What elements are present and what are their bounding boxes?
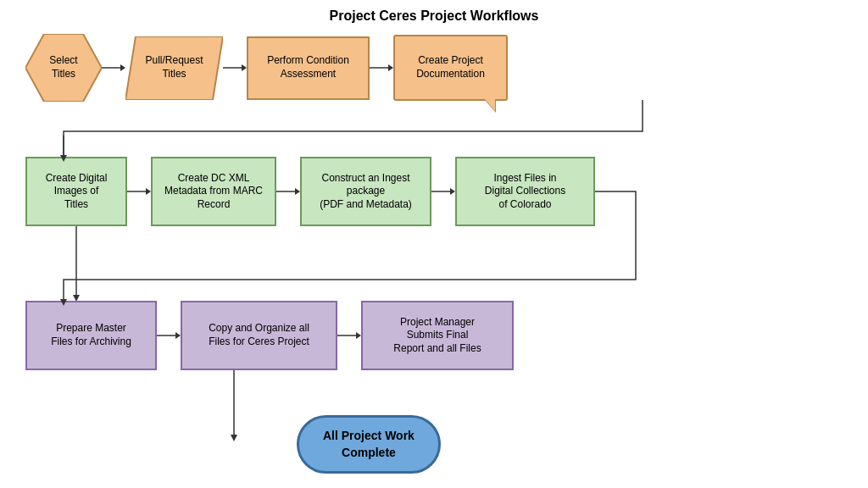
pull-request-node: Pull/RequestTitles <box>125 36 223 100</box>
row4: All Project WorkComplete <box>297 415 441 474</box>
copy-organize-node: Copy and Organize allFiles for Ceres Pro… <box>181 301 337 370</box>
perform-condition-label: Perform ConditionAssessment <box>267 54 349 80</box>
project-manager-node: Project ManagerSubmits FinalReport and a… <box>361 301 514 370</box>
arrow-icon <box>157 327 181 344</box>
diagram-title: Project Ceres Project Workflows <box>17 8 851 24</box>
prepare-master-node: Prepare MasterFiles for Archiving <box>25 301 157 370</box>
svg-marker-23 <box>231 435 237 441</box>
arrow-icon <box>431 183 455 200</box>
diagram-container: Project Ceres Project Workflows SelectTi… <box>0 0 868 488</box>
ingest-files-node: Ingest Files inDigital Collectionsof Col… <box>455 157 595 226</box>
construct-ingest-node: Construct an Ingestpackage(PDF and Metad… <box>300 157 431 226</box>
select-titles-node: SelectTitles <box>25 34 102 102</box>
arrow-p1-p2 <box>157 327 181 344</box>
all-project-work-label: All Project WorkComplete <box>323 429 415 459</box>
create-dc-xml-node: Create DC XMLMetadata from MARCRecord <box>151 157 276 226</box>
arrow-3-4 <box>370 59 393 76</box>
ingest-files-label: Ingest Files inDigital Collectionsof Col… <box>485 172 565 212</box>
copy-organize-label: Copy and Organize allFiles for Ceres Pro… <box>209 322 309 348</box>
arrow-g3-g4 <box>431 183 455 200</box>
arrow-icon <box>370 59 393 76</box>
project-manager-label: Project ManagerSubmits FinalReport and a… <box>393 316 481 356</box>
arrow-icon <box>102 59 125 76</box>
arrow-p2-p3 <box>337 327 361 344</box>
row2: Create DigitalImages ofTitles Create DC … <box>25 157 595 226</box>
construct-ingest-label: Construct an Ingestpackage(PDF and Metad… <box>320 172 412 212</box>
arrow-icon <box>337 327 361 344</box>
create-project-doc-label: Create ProjectDocumentation <box>416 54 485 80</box>
arrow-icon <box>223 59 247 76</box>
callout-tail <box>485 99 495 111</box>
arrow-2-3 <box>223 59 247 76</box>
arrow-icon <box>127 183 151 200</box>
pull-request-label: Pull/RequestTitles <box>136 54 213 80</box>
arrow-1-2 <box>102 59 125 76</box>
prepare-master-label: Prepare MasterFiles for Archiving <box>51 322 131 348</box>
arrow-g2-g3 <box>276 183 300 200</box>
arrow-g1-g2 <box>127 183 151 200</box>
arrow-icon <box>276 183 300 200</box>
create-project-doc-node: Create ProjectDocumentation <box>393 35 508 101</box>
row1: SelectTitles Pull/RequestTitles Perform … <box>25 34 508 102</box>
create-dc-xml-label: Create DC XMLMetadata from MARCRecord <box>164 172 263 212</box>
create-digital-images-node: Create DigitalImages ofTitles <box>25 157 127 226</box>
all-project-work-node: All Project WorkComplete <box>297 415 441 474</box>
create-digital-images-label: Create DigitalImages ofTitles <box>46 172 108 212</box>
perform-condition-node: Perform ConditionAssessment <box>247 36 370 100</box>
row3: Prepare MasterFiles for Archiving Copy a… <box>25 301 514 370</box>
select-titles-label: SelectTitles <box>34 54 93 80</box>
